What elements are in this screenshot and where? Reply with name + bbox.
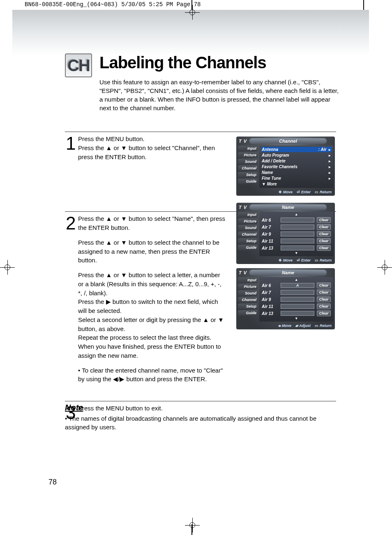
enter-icon: Enter	[297, 258, 311, 262]
registration-mark-icon	[0, 260, 15, 275]
menu-row-fine-tune[interactable]: Fine Tune	[261, 176, 332, 181]
clear-button[interactable]: Clear	[317, 245, 331, 251]
chevron-up-icon: ▴	[261, 278, 332, 282]
return-icon: Return	[315, 324, 332, 328]
registration-mark-icon	[185, 518, 200, 533]
menu-row-name[interactable]: Name	[261, 170, 332, 175]
sidebar-item-sound[interactable]: Sound	[238, 159, 258, 164]
note-block: Note The names of digital broadcasting c…	[65, 403, 336, 431]
step-text: Press the MENU button.	[78, 135, 145, 142]
chevron-right-icon	[329, 153, 331, 157]
sidebar-item-picture[interactable]: Picture	[238, 218, 258, 224]
step-number: 1	[66, 135, 78, 161]
menu-row-add-delete[interactable]: Add / Delete	[261, 158, 332, 164]
channel-row[interactable]: Air 7Clear	[261, 289, 332, 296]
name-field[interactable]	[281, 225, 314, 229]
step-text: Press the ▶ button to switch to the next…	[78, 298, 218, 314]
move-icon: Move	[279, 258, 293, 262]
intro-text: Use this feature to assign an easy-to-re…	[99, 78, 342, 112]
channel-row[interactable]: Air 13Clear	[261, 245, 332, 251]
clear-button[interactable]: Clear	[317, 303, 331, 309]
return-icon: Return	[315, 258, 332, 262]
clear-button[interactable]: Clear	[317, 238, 331, 244]
sidebar-item-setup[interactable]: Setup	[238, 238, 258, 244]
name-field[interactable]	[281, 245, 314, 250]
step-text: Press the ▲ or ▼ button to select the ch…	[78, 238, 226, 265]
channel-row[interactable]: Air 6Clear	[261, 217, 332, 223]
enter-icon: Enter	[297, 190, 311, 194]
sidebar-item-guide[interactable]: Guide	[238, 310, 258, 316]
clear-button[interactable]: Clear	[317, 224, 331, 230]
step-text: Press the ▲ or ▼ button to select "Chann…	[78, 144, 215, 160]
osd-main: Antenna : Air Auto Program Add / Delete …	[259, 146, 333, 188]
note-body: The names of digital broadcasting channe…	[65, 414, 336, 431]
step-text: Press the ▲ or ▼ button to select "Name"…	[78, 214, 226, 232]
osd-sidebar: Input Picture Sound Channel Setup Guide	[238, 146, 258, 188]
menu-row-auto-program[interactable]: Auto Program	[261, 153, 332, 158]
sidebar-item-guide[interactable]: Guide	[238, 178, 258, 184]
channel-row[interactable]: Air 9Clear	[261, 231, 332, 237]
clear-button[interactable]: Clear	[317, 283, 331, 288]
sidebar-item-channel[interactable]: Channel	[238, 232, 258, 237]
channel-row[interactable]: Air 9Clear	[261, 296, 332, 303]
name-field[interactable]	[281, 304, 314, 309]
osd-name-edit: T V Name Input Picture Sound Channel Set…	[236, 268, 335, 329]
clear-button[interactable]: Clear	[317, 310, 331, 316]
step-text: Press the ▲ or ▼ button to select a lett…	[78, 271, 221, 296]
page-number: 78	[48, 478, 57, 486]
name-field[interactable]	[281, 232, 314, 236]
name-field[interactable]	[281, 239, 314, 243]
adjust-icon: Adjust	[295, 324, 311, 328]
name-field[interactable]	[281, 218, 314, 222]
sidebar-item-channel[interactable]: Channel	[238, 165, 258, 171]
sidebar-item-input[interactable]: Input	[238, 277, 258, 283]
title-row: CH CH Labeling the Channels Use this fea…	[65, 53, 342, 112]
osd-tv-label: T V	[239, 270, 247, 275]
sidebar-item-picture[interactable]: Picture	[238, 284, 258, 290]
channel-row[interactable]: Air 11Clear	[261, 303, 332, 310]
chevron-right-icon	[329, 164, 331, 169]
move-lr-icon: Move	[278, 324, 291, 328]
crop-mark-top-right	[363, 0, 364, 11]
osd-tv-label: T V	[239, 139, 247, 144]
name-field[interactable]	[281, 297, 314, 302]
sidebar-item-picture[interactable]: Picture	[238, 152, 258, 158]
name-field-editing[interactable]: A	[281, 283, 314, 288]
osd-title: Channel	[249, 138, 327, 144]
channel-row[interactable]: Air 6AClear	[261, 282, 332, 289]
chevron-up-icon: ▴	[261, 212, 332, 216]
osd-channel-menu: T V Channel Input Picture Sound Channel …	[236, 137, 335, 196]
menu-row-favorite[interactable]: Favorite Channels	[261, 164, 332, 169]
channel-row[interactable]: Air 11Clear	[261, 238, 332, 244]
registration-mark-icon	[185, 5, 200, 20]
name-field[interactable]	[281, 311, 314, 316]
ch-badge-icon: CH CH	[65, 53, 92, 77]
sidebar-item-channel[interactable]: Channel	[238, 297, 258, 303]
chevron-right-icon	[329, 159, 331, 163]
clear-button[interactable]: Clear	[317, 231, 331, 237]
sidebar-item-setup[interactable]: Setup	[238, 172, 258, 178]
name-field[interactable]	[281, 290, 314, 295]
channel-row[interactable]: Air 7Clear	[261, 224, 332, 230]
sidebar-item-sound[interactable]: Sound	[238, 290, 258, 296]
meta-text: BN68-00835E-00Eng_(064~083) 5/30/05 5:25…	[25, 1, 201, 8]
clear-button[interactable]: Clear	[317, 296, 331, 302]
menu-row-antenna[interactable]: Antenna : Air	[261, 147, 332, 152]
channel-row[interactable]: Air 13Clear	[261, 310, 332, 317]
chevron-right-icon	[329, 170, 331, 175]
osd-tv-label: T V	[239, 205, 247, 210]
sidebar-item-guide[interactable]: Guide	[238, 245, 258, 250]
page-title: Labeling the Channels	[99, 53, 342, 72]
clear-button[interactable]: Clear	[317, 217, 331, 223]
sidebar-item-input[interactable]: Input	[238, 212, 258, 218]
step-bullet: To clear the entered channel name, move …	[78, 366, 226, 384]
chevron-down-icon: ▾	[261, 251, 332, 255]
sidebar-item-setup[interactable]: Setup	[238, 303, 258, 309]
sidebar-item-sound[interactable]: Sound	[238, 225, 258, 231]
chevron-right-icon	[329, 176, 331, 181]
osd-name-list: T V Name Input Picture Sound Channel Set…	[236, 203, 335, 264]
menu-row-more[interactable]: ▼ More	[261, 181, 332, 187]
clear-button[interactable]: Clear	[317, 290, 331, 295]
sidebar-item-input[interactable]: Input	[238, 146, 258, 151]
return-icon: Return	[315, 190, 332, 194]
